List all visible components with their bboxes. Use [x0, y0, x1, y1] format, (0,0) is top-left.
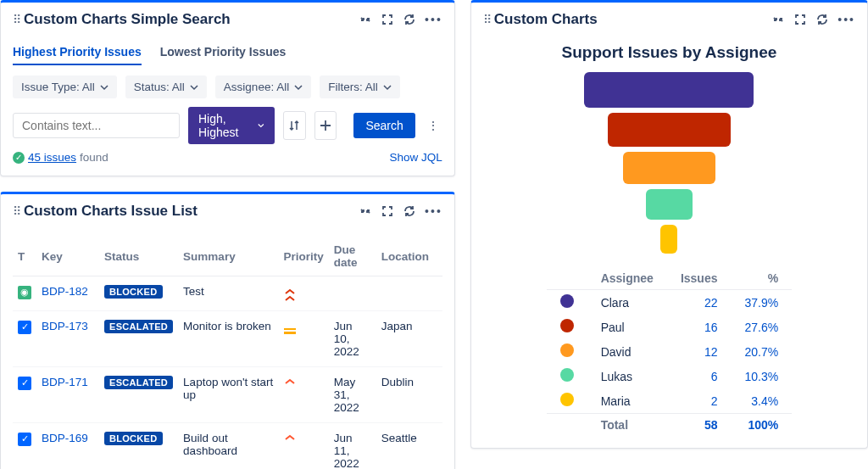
issue-type-icon: ✓ [18, 321, 31, 334]
results-count[interactable]: 45 issues [28, 151, 76, 164]
funnel-segment[interactable] [660, 225, 677, 254]
issue-key-link[interactable]: BDP-173 [42, 320, 88, 332]
legend-col-pct: % [731, 267, 792, 290]
status-badge: ESCALATED [104, 320, 173, 333]
legend-issues: 6 [667, 364, 732, 388]
filter-assignee[interactable]: Assignee: All [215, 75, 311, 98]
col-status[interactable]: Status [99, 237, 178, 276]
priority-medium-icon [284, 328, 296, 334]
priority-high-icon [284, 433, 296, 442]
issue-table: T Key Status Summary Priority Due date L… [13, 237, 442, 469]
funnel-segment[interactable] [584, 72, 754, 108]
more-icon[interactable]: ••• [425, 13, 442, 26]
drag-handle-icon[interactable]: ⠿ [13, 13, 19, 26]
collapse-icon[interactable] [359, 204, 372, 218]
legend-pct: 27.6% [731, 315, 792, 339]
funnel-segment[interactable] [608, 113, 731, 147]
panel-title: Custom Charts [494, 11, 771, 28]
legend-row[interactable]: Maria23.4% [547, 388, 793, 414]
legend-col-issues: Issues [667, 267, 732, 290]
chevron-down-icon [100, 83, 108, 92]
legend-row[interactable]: Clara2237.9% [547, 290, 793, 315]
cell-due: Jun 11, 2022 [329, 423, 376, 470]
legend-name: Maria [587, 388, 667, 414]
refresh-icon[interactable] [403, 13, 416, 26]
col-due[interactable]: Due date [329, 237, 376, 276]
tab-highest-priority[interactable]: Highest Priority Issues [13, 40, 142, 65]
table-row[interactable]: ✓BDP-171ESCALATEDLaptop won't start upMa… [13, 367, 442, 423]
filter-label: Assignee: All [224, 81, 289, 93]
fullscreen-icon[interactable] [381, 13, 394, 26]
filter-status[interactable]: Status: All [125, 75, 207, 98]
status-badge: ESCALATED [104, 376, 173, 389]
legend-pct: 20.7% [731, 339, 792, 364]
more-icon[interactable]: ••• [837, 13, 855, 26]
col-priority[interactable]: Priority [279, 237, 329, 276]
more-icon[interactable]: ••• [425, 204, 442, 218]
legend-issues: 2 [667, 388, 732, 414]
status-badge: BLOCKED [104, 285, 163, 299]
legend-total-row: Total58100% [547, 414, 793, 437]
collapse-icon[interactable] [359, 13, 372, 26]
issue-key-link[interactable]: BDP-171 [42, 376, 88, 388]
check-icon: ✓ [13, 152, 25, 164]
legend-name: Lukas [587, 364, 667, 388]
issue-type-icon: ◉ [18, 286, 31, 299]
legend-total-issues: 58 [667, 414, 732, 437]
legend-row[interactable]: Paul1627.6% [547, 315, 793, 339]
legend-swatch [560, 294, 574, 308]
funnel-segment[interactable] [646, 189, 693, 220]
show-jql-link[interactable]: Show JQL [390, 151, 442, 164]
issue-key-link[interactable]: BDP-169 [42, 432, 88, 444]
legend-row[interactable]: Lukas610.3% [547, 364, 793, 388]
results-text: ✓ 45 issues found [13, 151, 108, 164]
funnel-chart [483, 72, 855, 254]
refresh-icon[interactable] [815, 13, 829, 26]
drag-handle-icon[interactable]: ⠿ [13, 204, 19, 218]
legend-swatch [560, 368, 574, 382]
sort-button[interactable] [283, 111, 306, 140]
panel-title: Custom Charts Issue List [24, 203, 359, 220]
col-type[interactable]: T [13, 237, 36, 276]
chevron-down-icon [294, 83, 303, 92]
table-row[interactable]: ✓BDP-173ESCALATEDMonitor is brokenJun 10… [13, 311, 442, 367]
legend-total-label: Total [587, 414, 667, 437]
issue-key-link[interactable]: BDP-182 [42, 285, 88, 298]
col-summary[interactable]: Summary [178, 237, 278, 276]
fullscreen-icon[interactable] [381, 204, 394, 218]
panel-title: Custom Charts Simple Search [24, 11, 359, 28]
legend-pct: 37.9% [731, 290, 792, 315]
legend-swatch [560, 393, 574, 406]
priority-select[interactable]: High, Highest [188, 107, 275, 144]
tab-lowest-priority[interactable]: Lowest Priority Issues [160, 40, 287, 65]
chevron-down-icon [383, 83, 392, 92]
table-row[interactable]: ✓BDP-169BLOCKEDBuild out dashboardJun 11… [13, 423, 442, 470]
col-key[interactable]: Key [36, 237, 99, 276]
fullscreen-icon[interactable] [793, 13, 807, 26]
legend-row[interactable]: David1220.7% [547, 339, 793, 364]
legend-issues: 12 [667, 339, 732, 364]
cell-due: May 31, 2022 [329, 367, 376, 423]
collapse-icon[interactable] [771, 13, 785, 26]
col-location[interactable]: Location [376, 237, 442, 276]
funnel-segment[interactable] [623, 152, 715, 184]
chart-title: Support Issues by Assignee [483, 43, 855, 62]
legend-name: Paul [587, 315, 667, 339]
refresh-icon[interactable] [403, 204, 416, 218]
more-vertical-icon[interactable]: ⋮ [424, 119, 442, 132]
search-text-input[interactable] [13, 113, 180, 138]
cell-due [329, 276, 376, 311]
cell-location: Japan [376, 311, 442, 367]
legend-col-assignee: Assignee [587, 267, 667, 290]
cell-summary: Monitor is broken [178, 311, 278, 367]
search-button[interactable]: Search [353, 113, 415, 138]
simple-search-panel: ⠿ Custom Charts Simple Search ••• [0, 0, 455, 176]
cell-location: Seattle [376, 423, 442, 470]
cell-summary: Test [178, 276, 278, 311]
table-row[interactable]: ◉BDP-182BLOCKEDTest [13, 276, 442, 311]
drag-handle-icon[interactable]: ⠿ [483, 13, 489, 26]
filter-issue-type[interactable]: Issue Type: All [13, 75, 117, 98]
add-filter-button[interactable] [314, 111, 337, 140]
chart-legend-table: Assignee Issues % Clara2237.9%Paul1627.6… [547, 267, 793, 436]
filter-filters[interactable]: Filters: All [320, 75, 400, 98]
